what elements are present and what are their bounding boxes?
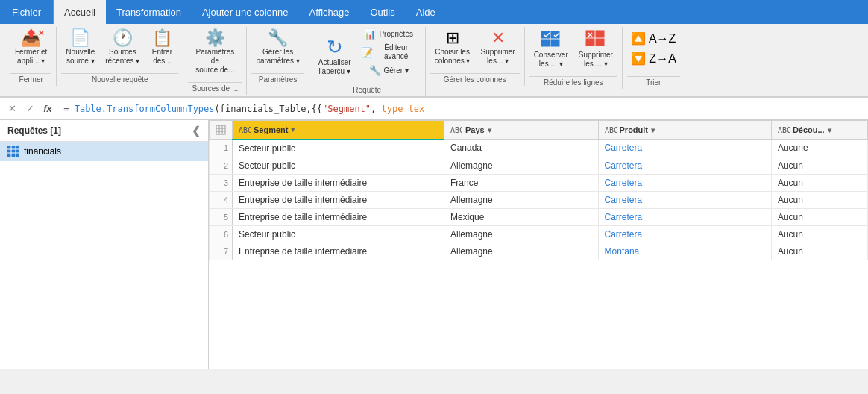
main-layout: Requêtes [1] ❮ financials: [0, 120, 868, 369]
proprietes-label: Propriétés: [379, 30, 413, 39]
gerer-parametres-button[interactable]: 🔧 Gérer lesparamètres ▾: [251, 27, 304, 67]
produit-type-badge: ABC: [605, 125, 617, 134]
cell-decou: Aucun: [771, 208, 867, 225]
cell-produit: Carretera: [598, 140, 771, 157]
table-row: 5Entreprise de taille intermédiaireMexiq…: [210, 208, 868, 225]
choisir-colonnes-button[interactable]: ⊞ Choisir lescolonnes ▾: [430, 27, 475, 67]
gerer-label: Gérer ▾: [384, 66, 409, 75]
cell-decou: Aucun: [771, 157, 867, 174]
cell-pays: Allemagne: [444, 157, 599, 174]
ribbon-group-sources: ⚙️ Paramètres desource de... Sources de …: [183, 27, 247, 95]
nouvelle-source-icon: 📄: [70, 30, 90, 46]
sidebar-item-financials[interactable]: financials: [0, 142, 208, 161]
parametres-source-icon: ⚙️: [205, 30, 225, 46]
ribbon-group-requete: ↻ Actualiserl'aperçu ▾ 📊 Propriétés 📝 Éd…: [309, 27, 426, 96]
cell-produit: Carretera: [598, 174, 771, 191]
cell-pays: Allemagne: [444, 191, 599, 208]
menu-bar: Fichier Accueil Transformation Ajouter u…: [0, 0, 868, 24]
ribbon-group-trier: 🔼 A→Z 🔽 Z→A Trier: [623, 27, 685, 89]
cell-segment: Secteur public: [233, 157, 444, 174]
gerer-parametres-label: Gérer lesparamètres ▾: [256, 48, 299, 66]
ribbon-group-lignes: Conserverles ... ▾ Supprimerles ..: [525, 27, 623, 89]
table-row: 4Entreprise de taille intermédiaireAllem…: [210, 191, 868, 208]
col-header-segment[interactable]: ABC Segment ▾: [233, 121, 444, 140]
sources-recentes-icon: 🕐: [113, 30, 133, 46]
tab-affichage[interactable]: Affichage: [299, 0, 360, 24]
lignes-group-label: Réduire les lignes: [529, 76, 617, 89]
ribbon-group-parametres: 🔧 Gérer lesparamètres ▾ Paramètres: [247, 27, 309, 86]
trier-az-button[interactable]: 🔼 A→Z: [627, 30, 680, 47]
proprietes-button[interactable]: 📊 Propriétés: [357, 27, 421, 41]
entrer-des-icon: 📋: [152, 30, 172, 46]
tab-accueil[interactable]: Accueil: [54, 0, 106, 24]
cancel-formula-button[interactable]: ✕: [4, 101, 19, 116]
tab-aide[interactable]: Aide: [406, 0, 446, 24]
sources-recentes-button[interactable]: 🕐 Sourcesrécentes ▾: [101, 27, 144, 67]
entrer-des-label: Entrerdes...: [152, 48, 172, 66]
supprimer-colonnes-button[interactable]: ✕ Supprimerles... ▾: [476, 27, 519, 67]
confirm-formula-button[interactable]: ✓: [22, 101, 37, 116]
fermer-group-label: Fermer: [10, 73, 51, 86]
cell-segment: Entreprise de taille intermédiaire: [233, 208, 444, 225]
requete-group-label: Requête: [314, 84, 421, 96]
svg-rect-6: [586, 39, 594, 46]
cell-pays: Allemagne: [444, 225, 599, 243]
nouvelle-source-button[interactable]: 📄 Nouvellesource ▾: [61, 27, 99, 67]
supprimer-lignes-label: Supprimerles ... ▾: [579, 51, 613, 69]
ribbon: 📤 ✕ Fermer etappli... ▾ Fermer 📄 Nouvell…: [0, 24, 868, 98]
row-number: 4: [210, 191, 233, 208]
col-header-produit[interactable]: ABC Produit ▾: [598, 121, 771, 140]
cell-segment: Secteur public: [233, 225, 444, 243]
produit-dropdown-icon[interactable]: ▾: [651, 126, 655, 134]
pays-col-label: Pays: [465, 125, 485, 134]
decou-type-badge: ABC: [778, 125, 790, 134]
col-header-decou[interactable]: ABC Décou... ▾: [771, 121, 867, 140]
sidebar-collapse-icon[interactable]: ❮: [192, 125, 201, 137]
formula-input[interactable]: = Table.TransformColumnTypes(financials_…: [58, 104, 864, 114]
choisir-colonnes-label: Choisir lescolonnes ▾: [435, 48, 471, 66]
decou-dropdown-icon[interactable]: ▾: [828, 126, 831, 134]
editeur-avance-button[interactable]: 📝 Éditeur avancé: [357, 42, 421, 63]
gerer-icon: 🔧: [369, 65, 381, 76]
cell-segment: Entreprise de taille intermédiaire: [233, 191, 444, 208]
fermer-appli-button[interactable]: 📤 ✕ Fermer etappli... ▾: [10, 27, 51, 67]
parametres-group-label: Paramètres: [251, 73, 304, 86]
tab-transformation[interactable]: Transformation: [106, 0, 192, 24]
cell-segment: Entreprise de taille intermédiaire: [233, 243, 444, 260]
parametres-source-label: Paramètres desource de...: [192, 48, 237, 75]
svg-rect-7: [596, 39, 604, 46]
proprietes-icon: 📊: [364, 28, 376, 40]
trier-za-button[interactable]: 🔽 Z→A: [627, 50, 680, 67]
fx-button[interactable]: fx: [40, 101, 55, 116]
actualiser-button[interactable]: ↻ Actualiserl'aperçu ▾: [314, 34, 356, 78]
produit-col-label: Produit: [620, 125, 649, 134]
sources-group-label: Sources de ...: [188, 82, 242, 95]
cell-produit: Carretera: [598, 157, 771, 174]
table-row: 6Secteur publicAllemagneCarreteraAucun: [210, 225, 868, 243]
gerer-button[interactable]: 🔧 Gérer ▾: [357, 63, 421, 78]
menu-fichier[interactable]: Fichier: [0, 0, 54, 24]
nouvelle-source-label: Nouvellesource ▾: [66, 48, 95, 66]
table-row: 2Secteur publicAllemagneCarreteraAucun: [210, 157, 868, 174]
nouvelle-requete-group-label: Nouvelle requête: [61, 73, 178, 86]
tab-outils[interactable]: Outils: [360, 0, 406, 24]
segment-dropdown-icon[interactable]: ▾: [291, 125, 295, 134]
tab-ajouter-colonne[interactable]: Ajouter une colonne: [192, 0, 299, 24]
cell-pays: France: [444, 174, 599, 191]
row-number: 2: [210, 157, 233, 174]
sidebar-item-label: financials: [24, 146, 61, 157]
sidebar: Requêtes [1] ❮ financials: [0, 120, 209, 369]
ribbon-group-fermer: 📤 ✕ Fermer etappli... ▾ Fermer: [6, 27, 57, 86]
fermer-label: Fermer etappli... ▾: [15, 48, 47, 66]
conserver-lignes-button[interactable]: Conserverles ... ▾: [529, 28, 573, 70]
table-row: 7Entreprise de taille intermédiaireAllem…: [210, 243, 868, 260]
entrer-des-button[interactable]: 📋 Entrerdes...: [145, 27, 178, 67]
parametres-source-button[interactable]: ⚙️ Paramètres desource de...: [188, 27, 242, 76]
sources-recentes-label: Sourcesrécentes ▾: [105, 48, 139, 66]
cell-pays: Canada: [444, 140, 599, 157]
pays-dropdown-icon[interactable]: ▾: [488, 126, 491, 134]
row-number: 1: [210, 140, 233, 157]
col-header-pays[interactable]: ABC Pays ▾: [444, 121, 599, 140]
supprimer-lignes-button[interactable]: Supprimerles ... ▾: [574, 27, 617, 70]
svg-text:ABC: ABC: [778, 126, 790, 134]
